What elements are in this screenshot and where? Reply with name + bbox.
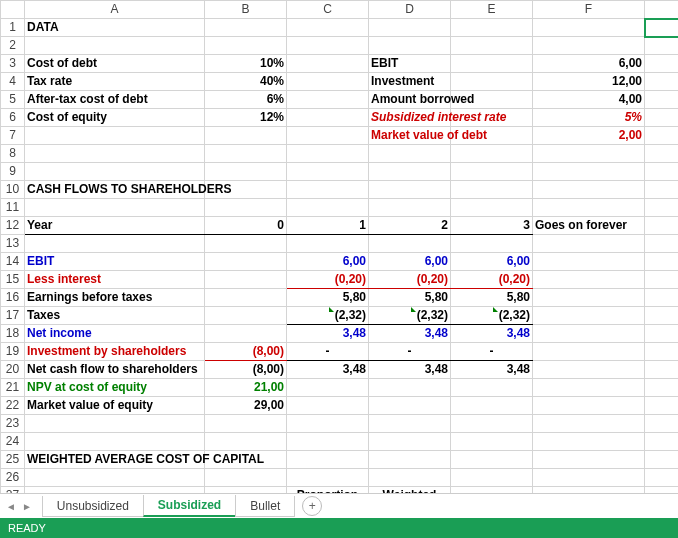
cell-B6[interactable]: 12% <box>205 109 287 127</box>
cell[interactable] <box>533 433 645 451</box>
cell[interactable] <box>369 451 451 469</box>
cell-B4[interactable]: 40% <box>205 73 287 91</box>
cell[interactable] <box>645 325 679 343</box>
row-header-17[interactable]: 17 <box>1 307 25 325</box>
cell-A22[interactable]: Market value of equity <box>25 397 205 415</box>
row-header-1[interactable]: 1 <box>1 19 25 37</box>
cell[interactable] <box>645 73 679 91</box>
cell[interactable] <box>25 433 205 451</box>
cell[interactable] <box>645 451 679 469</box>
col-header-C[interactable]: C <box>287 1 369 19</box>
cell-A10[interactable]: CASH FLOWS TO SHAREHOLDERS <box>25 181 205 199</box>
cell[interactable] <box>645 271 679 289</box>
cell[interactable] <box>369 37 451 55</box>
row-header-13[interactable]: 13 <box>1 235 25 253</box>
cell[interactable] <box>645 469 679 487</box>
cell-A17[interactable]: Taxes <box>25 307 205 325</box>
cell-D4[interactable]: Investment <box>369 73 451 91</box>
tab-nav-arrows[interactable]: ◄ ► <box>6 501 32 512</box>
cell[interactable] <box>451 199 533 217</box>
cell-F6[interactable]: 5% <box>533 109 645 127</box>
col-header-D[interactable]: D <box>369 1 451 19</box>
cell[interactable] <box>369 181 451 199</box>
cell[interactable] <box>369 469 451 487</box>
cell[interactable] <box>369 199 451 217</box>
cell-C18[interactable]: 3,48 <box>287 325 369 343</box>
cell-C16[interactable]: 5,80 <box>287 289 369 307</box>
cell[interactable] <box>369 145 451 163</box>
col-header-E[interactable]: E <box>451 1 533 19</box>
cell[interactable] <box>451 397 533 415</box>
row-header-11[interactable]: 11 <box>1 199 25 217</box>
cell[interactable] <box>205 433 287 451</box>
cell[interactable] <box>369 235 451 253</box>
cell-D15[interactable]: (0,20) <box>369 271 451 289</box>
cell-A5[interactable]: After-tax cost of debt <box>25 91 205 109</box>
cell[interactable] <box>533 289 645 307</box>
cell[interactable] <box>533 397 645 415</box>
row-header-15[interactable]: 15 <box>1 271 25 289</box>
cell[interactable] <box>287 19 369 37</box>
cell-F5[interactable]: 4,00 <box>533 91 645 109</box>
row-header-18[interactable]: 18 <box>1 325 25 343</box>
cell[interactable] <box>25 235 205 253</box>
cell[interactable] <box>645 55 679 73</box>
cell[interactable] <box>287 91 369 109</box>
cell[interactable] <box>645 181 679 199</box>
cell[interactable] <box>287 109 369 127</box>
cell[interactable] <box>287 127 369 145</box>
cell-B5[interactable]: 6% <box>205 91 287 109</box>
cell[interactable] <box>533 163 645 181</box>
cell-A18[interactable]: Net income <box>25 325 205 343</box>
cell-F7[interactable]: 2,00 <box>533 127 645 145</box>
cell[interactable] <box>645 397 679 415</box>
cell[interactable] <box>205 325 287 343</box>
cell[interactable] <box>645 289 679 307</box>
cell[interactable] <box>645 379 679 397</box>
cell-A25[interactable]: WEIGHTED AVERAGE COST OF CAPITAL <box>25 451 205 469</box>
cell[interactable] <box>451 55 533 73</box>
cell-D12[interactable]: 2 <box>369 217 451 235</box>
cell[interactable] <box>645 307 679 325</box>
cell[interactable] <box>287 235 369 253</box>
cell[interactable] <box>533 253 645 271</box>
cell[interactable] <box>205 289 287 307</box>
row-header-24[interactable]: 24 <box>1 433 25 451</box>
cell[interactable] <box>451 73 533 91</box>
cell[interactable] <box>287 73 369 91</box>
cell[interactable] <box>533 307 645 325</box>
cell[interactable] <box>205 163 287 181</box>
cell[interactable] <box>645 199 679 217</box>
cell[interactable] <box>533 415 645 433</box>
cell[interactable] <box>369 433 451 451</box>
cell-D17[interactable]: (2,32) <box>369 307 451 325</box>
cell[interactable] <box>369 415 451 433</box>
cell-C15[interactable]: (0,20) <box>287 271 369 289</box>
cell[interactable] <box>533 145 645 163</box>
cell-A4[interactable]: Tax rate <box>25 73 205 91</box>
cell[interactable] <box>451 145 533 163</box>
row-header-23[interactable]: 23 <box>1 415 25 433</box>
cell[interactable] <box>287 37 369 55</box>
cell[interactable] <box>645 37 679 55</box>
cell[interactable] <box>645 253 679 271</box>
cell[interactable] <box>533 469 645 487</box>
col-header-F[interactable]: F <box>533 1 645 19</box>
cell-E12[interactable]: 3 <box>451 217 533 235</box>
tab-next-icon[interactable]: ► <box>22 501 32 512</box>
cell[interactable] <box>287 415 369 433</box>
row-header-3[interactable]: 3 <box>1 55 25 73</box>
cell[interactable] <box>25 199 205 217</box>
cell-C17[interactable]: (2,32) <box>287 307 369 325</box>
cell[interactable] <box>205 469 287 487</box>
cell[interactable] <box>645 433 679 451</box>
row-header-16[interactable]: 16 <box>1 289 25 307</box>
cell-D3[interactable]: EBIT <box>369 55 451 73</box>
cell-F4[interactable]: 12,00 <box>533 73 645 91</box>
cell-E20[interactable]: 3,48 <box>451 361 533 379</box>
cell[interactable] <box>451 235 533 253</box>
cell-D6[interactable]: Subsidized interest rate <box>369 109 451 127</box>
cell-B3[interactable]: 10% <box>205 55 287 73</box>
row-header-2[interactable]: 2 <box>1 37 25 55</box>
cell[interactable] <box>25 163 205 181</box>
